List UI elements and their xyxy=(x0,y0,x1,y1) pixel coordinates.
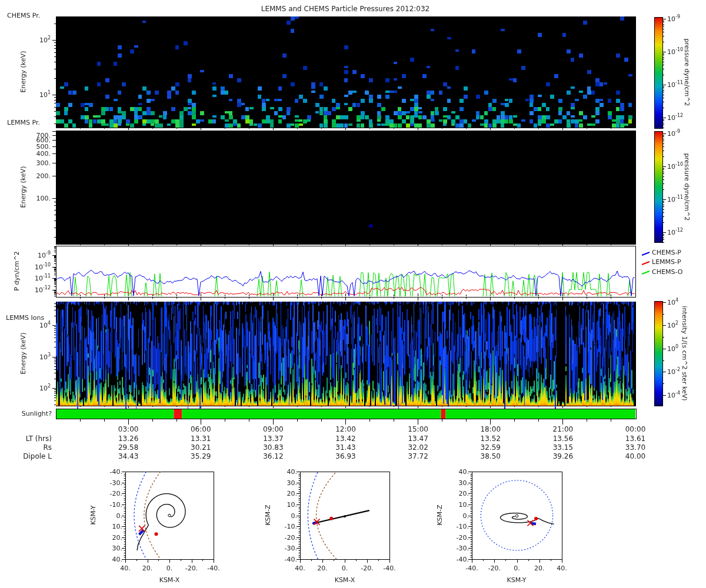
orbit-xtick-label: -20. xyxy=(488,565,501,572)
ephemeris-value: 40.00 xyxy=(625,453,645,460)
orbit3-xlabel: KSM-Y xyxy=(507,577,526,583)
panel3-ylabel: P dyn/cm^2 xyxy=(14,251,20,290)
colorbar1-tick-label: 10-12 xyxy=(667,115,683,121)
ephemeris-value: 13.26 xyxy=(118,435,138,442)
panel3-ytick-label: 10-9 xyxy=(38,252,51,259)
orbit2-ylabel: KSM-Z xyxy=(265,505,271,525)
colorbar2-title: pressure dyne/cm^2 xyxy=(684,153,690,221)
orbit-ytick-label: -30. xyxy=(285,545,297,552)
colorbar1-tick-label: 10-10 xyxy=(667,49,683,55)
colorbar3-tick-label: 102 xyxy=(667,322,678,329)
orbit-ytick-label: -20. xyxy=(110,490,122,497)
ephemeris-value: 30.21 xyxy=(191,444,211,451)
orbit-xtick-label: -20. xyxy=(185,565,198,572)
orbit-ytick-label: -10. xyxy=(457,523,469,530)
orbit-xtick-label: 0. xyxy=(342,565,348,572)
orbit-ytick-label: 10. xyxy=(112,523,123,530)
orbit-ytick-label: -20. xyxy=(457,534,469,540)
time-tick-label: 00:00 xyxy=(625,426,646,433)
orbit-ytick-label: 20. xyxy=(112,534,123,540)
orbit-ytick-label: 40. xyxy=(112,556,123,563)
time-tick-label: 21:00 xyxy=(553,426,574,433)
orbit3-ylabel: KSM-Z xyxy=(437,505,443,525)
orbit1-ylabel: KSM-Y xyxy=(90,505,96,524)
panel2-ytick-label: 400. xyxy=(36,150,51,156)
orbit-ytick-label: 10. xyxy=(287,501,298,507)
ephemeris-value: 36.12 xyxy=(263,453,283,460)
colorbar2-tick-label: 10-12 xyxy=(667,229,683,236)
ephemeris-value: 13.56 xyxy=(553,435,573,442)
panel4-ytick-label: 102 xyxy=(39,385,51,392)
ephemeris-row-label-lt: LT (hrs) xyxy=(26,435,52,442)
colorbar3-tick-label: 10-2 xyxy=(667,369,680,375)
orbit2-xlabel: KSM-X xyxy=(335,577,355,583)
orbit-ytick-label: -40. xyxy=(285,556,297,563)
orbit-ytick-label: 20. xyxy=(287,490,298,497)
legend-label-lemms-p: LEMMS-P xyxy=(652,259,681,265)
colorbar2-tick-label: 10-10 xyxy=(667,163,683,170)
orbit-ytick-label: 40. xyxy=(287,469,298,475)
orbit-xtick-label: 0. xyxy=(514,565,520,572)
panel2-ytick-label: 500. xyxy=(36,143,51,149)
colorbar3-tick-label: 10-4 xyxy=(667,392,680,398)
sunlight-label: Sunlight? xyxy=(22,410,52,417)
ephemeris-value: 37.72 xyxy=(408,453,428,460)
figure-title: LEMMS and CHEMS Particle Pressures 2012:… xyxy=(261,5,430,12)
legend-label-chems-o: CHEMS-O xyxy=(652,269,682,275)
time-tick-label: 09:00 xyxy=(263,426,284,433)
orbit-xtick-label: 0. xyxy=(166,565,173,572)
orbit-xtick-label: -40. xyxy=(383,565,395,572)
colorbar3-title: intensity 1/(s cm^2 ster keV) xyxy=(681,306,688,400)
orbit-ytick-label: -40. xyxy=(110,469,122,475)
orbit-ytick-label: -30. xyxy=(110,479,122,486)
colorbar1-tick-label: 10-11 xyxy=(667,82,683,88)
orbit1-xlabel: KSM-X xyxy=(159,577,180,583)
orbit-ytick-label: 0. xyxy=(116,512,123,519)
colorbar1-tick-label: 10-9 xyxy=(667,16,680,22)
ephemeris-row-label-rs: Rs xyxy=(43,444,52,451)
ephemeris-value: 13.42 xyxy=(335,435,355,442)
ephemeris-value: 32.59 xyxy=(481,444,501,451)
orbit-ytick-label: -20. xyxy=(285,534,297,540)
ephemeris-value: 36.93 xyxy=(335,453,355,460)
time-tick-label: 18:00 xyxy=(480,426,501,433)
plot-canvas xyxy=(0,0,706,588)
ephemeris-value: 13.61 xyxy=(625,435,645,442)
ephemeris-value: 31.43 xyxy=(335,444,355,451)
colorbar2-tick-label: 10-9 xyxy=(667,131,680,137)
ephemeris-value: 33.70 xyxy=(625,444,645,451)
ephemeris-value: 32.02 xyxy=(408,444,428,451)
panel2-ytick-label: 100. xyxy=(36,195,51,202)
ephemeris-value: 39.26 xyxy=(553,453,573,460)
time-tick-label: 03:00 xyxy=(118,426,139,433)
panel4-ytick-label: 104 xyxy=(39,322,51,329)
legend-label-chems-p: CHEMS-P xyxy=(652,249,681,256)
orbit-xtick-label: 40. xyxy=(295,565,305,572)
orbit-xtick-label: 20. xyxy=(534,565,545,572)
panel1-ylabel: Energy (keV) xyxy=(20,51,26,93)
colorbar1-title: pressure dyne/cm^2 xyxy=(684,39,690,106)
orbit-xtick-label: -20. xyxy=(361,565,373,572)
time-tick-label: 15:00 xyxy=(408,426,428,433)
time-tick-label: 12:00 xyxy=(335,426,356,433)
colorbar3-tick-label: 104 xyxy=(667,299,678,306)
ephemeris-value: 35.29 xyxy=(191,453,211,460)
orbit-xtick-label: 40. xyxy=(557,565,567,572)
orbit-ytick-label: -40. xyxy=(457,556,469,563)
ephemeris-value: 30.83 xyxy=(263,444,283,451)
panel4-ylabel: Energy (keV) xyxy=(20,333,26,375)
panel2-ylabel: Energy (keV) xyxy=(20,166,26,208)
ephemeris-value: 29.58 xyxy=(118,444,138,451)
panel1-ytick-label: 102 xyxy=(39,37,51,44)
panel3-ytick-label: 10-10 xyxy=(35,263,51,270)
orbit-ytick-label: 0. xyxy=(291,512,298,519)
ephemeris-value: 13.47 xyxy=(408,435,428,442)
orbit-ytick-label: 10. xyxy=(459,501,469,507)
ephemeris-value: 34.43 xyxy=(118,453,138,460)
colorbar2-tick-label: 10-11 xyxy=(667,196,683,203)
orbit-ytick-label: 20. xyxy=(459,490,469,497)
ephemeris-row-label-dipole: Dipole L xyxy=(23,453,52,460)
orbit-ytick-label: -10. xyxy=(285,523,297,530)
panel3-ytick-label: 10-12 xyxy=(35,286,51,293)
orbit-xtick-label: -40. xyxy=(465,565,478,572)
